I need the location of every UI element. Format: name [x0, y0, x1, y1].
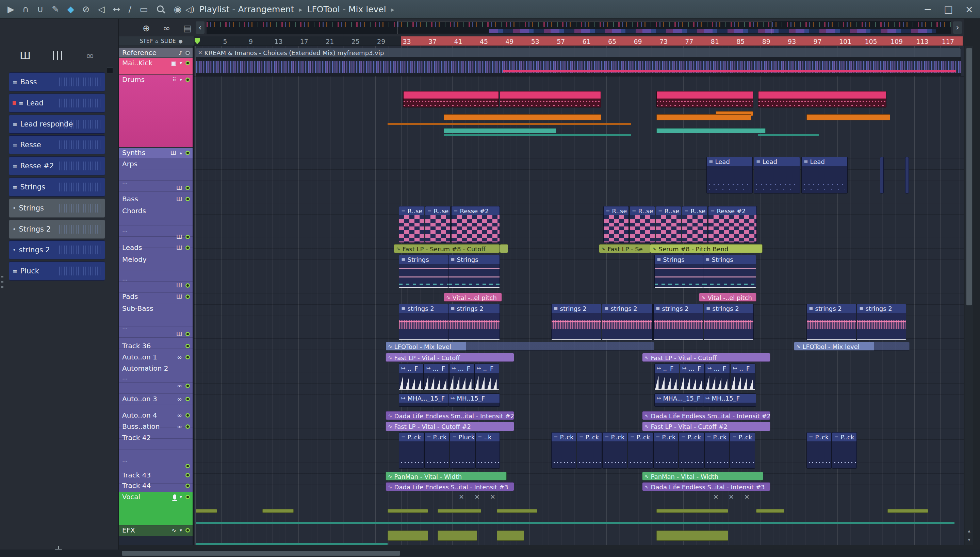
clip-autopink[interactable]: ∿Vital -..el pitch: [699, 293, 756, 301]
vertical-scrollbar-thumb[interactable]: [966, 48, 972, 305]
scroll-left-button[interactable]: ‹: [196, 21, 204, 34]
clip-resse[interactable]: ≡R..se: [656, 206, 681, 243]
clip-autodada[interactable]: ∿Dada Life Endless S..ital - Intensit #3: [385, 482, 514, 491]
clip-pluck[interactable]: ≡P..ck: [807, 432, 831, 469]
mute-led[interactable]: [185, 61, 190, 65]
step-sequencer-icon[interactable]: Ш: [176, 293, 182, 300]
clip-pluck[interactable]: ≡P..ck: [730, 432, 755, 469]
mute-led[interactable]: [185, 424, 190, 429]
track-header[interactable]: LeadsШ: [119, 243, 193, 254]
clip-strings2[interactable]: ≡strings 2: [448, 304, 500, 340]
clip-mutex[interactable]: ✕: [727, 493, 736, 500]
track-header[interactable]: Reference♪: [119, 48, 193, 57]
clip-mha[interactable]: ↦MH..15_F: [448, 393, 500, 407]
maximize-button[interactable]: □: [944, 4, 953, 15]
clip-olive[interactable]: [887, 509, 928, 513]
clip-tealline[interactable]: [758, 134, 819, 136]
expand-arrow-icon[interactable]: ▾: [180, 60, 182, 66]
speaker-icon[interactable]: ◁): [185, 5, 194, 14]
clip-mutex[interactable]: ✕: [712, 493, 720, 500]
clip-olive[interactable]: [438, 531, 477, 541]
playhead-start-marker[interactable]: [194, 38, 200, 44]
clip-pluck[interactable]: ≡P..ck: [602, 432, 627, 469]
track-header[interactable]: ...: [119, 373, 193, 381]
pattern-item[interactable]: ≡Bass: [9, 72, 105, 91]
clip-olive[interactable]: [387, 509, 428, 513]
vertical-scrollbar[interactable]: ▴ ▾: [965, 46, 973, 545]
expand-arrow-icon[interactable]: ▾: [180, 494, 182, 500]
clip-orangeline[interactable]: [387, 123, 631, 125]
minimap[interactable]: [207, 21, 951, 34]
mute-led[interactable]: [185, 464, 190, 468]
step-sequencer-icon[interactable]: Ш: [176, 234, 182, 240]
track-header[interactable]: Sub-Bass: [119, 304, 193, 315]
clip-resse[interactable]: ≡R..se: [603, 206, 629, 243]
track-header[interactable]: Vocal▾: [119, 492, 193, 525]
step-sequencer-icon[interactable]: Ш: [176, 282, 182, 289]
track-header[interactable]: Track 42: [119, 433, 193, 444]
headphones-icon[interactable]: ∩: [23, 0, 29, 19]
timeline-ruler[interactable]: 5913172125293337414549535761656973778185…: [194, 36, 963, 46]
mute-led[interactable]: [185, 295, 190, 299]
clip-pluck[interactable]: ≡P..ck: [399, 432, 424, 469]
clip-strings2[interactable]: ≡strings 2: [807, 304, 856, 340]
clip-drumorange[interactable]: [444, 114, 601, 121]
pattern-item[interactable]: ≡Pluck: [9, 262, 105, 280]
track-header[interactable]: Ш: [119, 183, 193, 193]
clip-olive[interactable]: [262, 509, 294, 513]
clip-autogreen[interactable]: ∿Fast LP - Se: [599, 244, 651, 253]
clip-thinclip[interactable]: [880, 157, 884, 194]
mute-led[interactable]: [185, 473, 190, 477]
track-header[interactable]: Melody: [119, 255, 193, 266]
zoom-icon[interactable]: [156, 5, 166, 14]
clip-autoteal[interactable]: ∿PanMan - Vital - Width: [385, 472, 507, 480]
track-header[interactable]: PadsШ: [119, 292, 193, 303]
clip-audiof[interactable]: ↦..._F: [449, 363, 474, 390]
pattern-item[interactable]: •Strings 2: [9, 220, 105, 239]
clip-mutex[interactable]: ✕: [743, 493, 751, 500]
pattern-list-grip[interactable]: [107, 67, 113, 73]
pattern-item[interactable]: ≡Lead: [9, 93, 105, 112]
mute-led[interactable]: [185, 384, 190, 388]
step-sequencer-icon[interactable]: Ш: [176, 331, 182, 337]
mute-led[interactable]: [185, 413, 190, 418]
paint-brush-icon[interactable]: ◆: [67, 0, 74, 19]
clip-resse[interactable]: ≡R..se: [399, 206, 424, 243]
select-icon[interactable]: ▭: [139, 0, 148, 19]
clip-mutex[interactable]: ✕: [473, 493, 482, 500]
step-sequencer-icon[interactable]: Ш: [176, 244, 182, 251]
clip-resse[interactable]: ≡Resse #2: [451, 206, 500, 243]
clip-audiof[interactable]: ↦.._F: [399, 363, 424, 390]
scroll-up-arrow[interactable]: ▴: [965, 527, 973, 534]
track-header[interactable]: Auto..on 3∞: [119, 394, 193, 406]
clip-autopurple[interactable]: ∿Fast LP - Vital - Cutoff: [642, 353, 770, 362]
clip-audiof[interactable]: ↦.._F: [654, 363, 679, 390]
track-header[interactable]: Chords: [119, 206, 193, 217]
clip-drumorange[interactable]: [807, 114, 890, 121]
clip-autogreen[interactable]: ∿Fast LP - Serum #8 - Cutoff: [394, 244, 500, 253]
clip-resse[interactable]: ≡R..se: [629, 206, 655, 243]
pattern-item[interactable]: ≡Lead responde: [9, 115, 105, 134]
playback-preview-icon[interactable]: ◉: [174, 0, 182, 19]
track-header[interactable]: Track 44: [119, 481, 193, 492]
clip-lead[interactable]: ≡Lead: [706, 157, 753, 194]
pattern-item[interactable]: ≡Strings: [9, 178, 105, 197]
clip-strings2[interactable]: ≡strings 2: [704, 304, 754, 340]
link-icon[interactable]: ∞: [163, 23, 170, 33]
clip-greenblock[interactable]: [500, 244, 508, 253]
clip-pluck[interactable]: ≡P..ck: [628, 432, 653, 469]
link-icon[interactable]: ∞: [86, 50, 94, 62]
clip-mha[interactable]: ↦MH..15_F: [703, 393, 756, 407]
slice-icon[interactable]: ∕: [128, 0, 131, 19]
draw-pencil-icon[interactable]: ✎: [52, 0, 59, 19]
track-header[interactable]: ∞: [119, 381, 193, 391]
slip-icon[interactable]: ↔: [113, 0, 121, 19]
clip-olive[interactable]: [657, 531, 728, 541]
mute-led[interactable]: [185, 197, 190, 201]
clip-autoblue[interactable]: ∿LFOTool - Mix level: [385, 342, 654, 350]
horizontal-scrollbar[interactable]: [0, 549, 980, 557]
step-sequencer-icon[interactable]: Ш: [170, 150, 176, 156]
clip-mha[interactable]: ↦MHA..._15_F: [399, 393, 448, 407]
track-header[interactable]: Drums⠿▾: [119, 75, 193, 147]
track-header[interactable]: Buss..ation∞: [119, 422, 193, 433]
